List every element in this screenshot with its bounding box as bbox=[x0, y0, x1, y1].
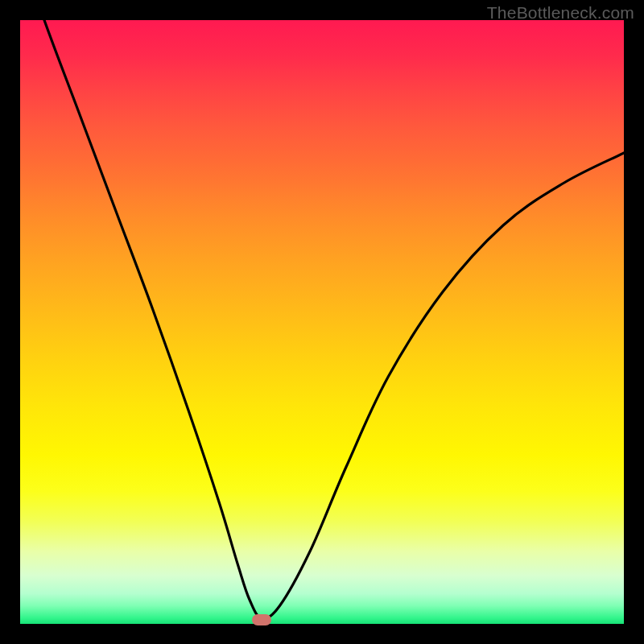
chart-frame: TheBottleneck.com bbox=[0, 0, 644, 644]
watermark-text: TheBottleneck.com bbox=[487, 3, 634, 23]
curve-path bbox=[20, 20, 624, 618]
optimal-marker bbox=[252, 614, 271, 625]
bottleneck-curve bbox=[20, 20, 624, 624]
plot-area bbox=[20, 20, 624, 624]
